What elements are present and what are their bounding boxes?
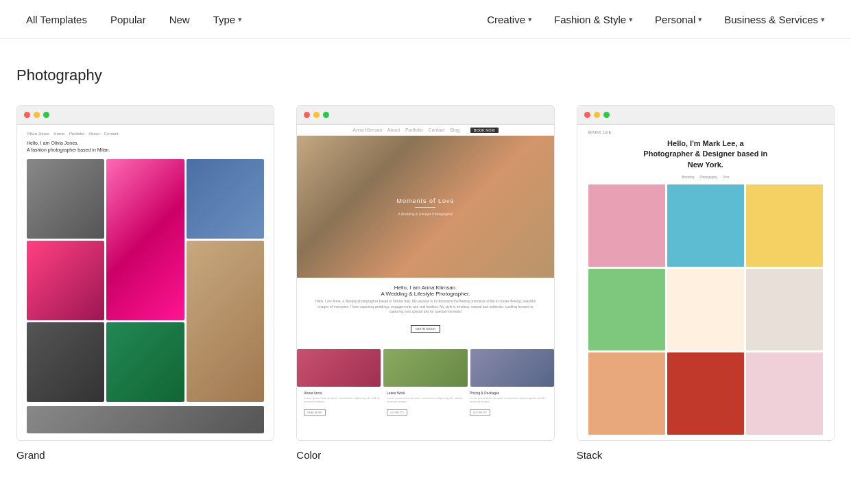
- color-body: Anna Klimsan About Portfolio Contact Blo…: [297, 125, 553, 440]
- business-chevron-icon: ▾: [821, 15, 825, 24]
- color-latest-section: Latest Work Lorem ipsum dolor sit amet, …: [387, 391, 464, 416]
- nav-right: Creative ▾ Fashion & Style ▾ Personal ▾ …: [477, 8, 835, 31]
- nav-creative[interactable]: Creative ▾: [477, 8, 542, 31]
- personal-chevron-icon: ▾: [698, 15, 702, 24]
- color-latest-title: Latest Work: [387, 391, 464, 395]
- dot-yellow-grand: [34, 112, 40, 118]
- color-hero-title: Moments of Love: [396, 197, 454, 204]
- stack-cell-8: [667, 352, 744, 435]
- color-pricing-title: Pricing & Packages: [470, 391, 547, 395]
- grand-cell-5: [187, 241, 264, 402]
- color-thumb-2: [383, 349, 467, 387]
- nav-new[interactable]: New: [160, 8, 200, 31]
- stack-cell-5: [667, 269, 744, 351]
- nav-business-services[interactable]: Business & Services ▾: [715, 8, 835, 31]
- navigation: All Templates Popular New Type ▾ Creativ…: [0, 0, 851, 39]
- color-latest-button[interactable]: GO PRETTY: [387, 409, 407, 416]
- stack-body: MARK LEE Hello, I'm Mark Lee, aPhotograp…: [577, 125, 834, 440]
- color-pricing-text: Lorem ipsum dolor sit amet, consectetur …: [470, 396, 547, 404]
- stack-cell-2: [667, 184, 744, 267]
- color-latest-text: Lorem ipsum dolor sit amet, consectetur …: [387, 396, 464, 404]
- color-sections: About Anna Lorem ipsum dolor sit amet, c…: [297, 387, 553, 420]
- grand-photo-grid: [27, 159, 264, 404]
- color-about-text: Lorem ipsum dolor sit amet, consectetur …: [304, 396, 381, 404]
- stack-tagline: Hello, I'm Mark Lee, aPhotographer & Des…: [588, 139, 823, 170]
- browser-bar-color: [297, 106, 553, 125]
- grand-cell-4: [27, 241, 104, 320]
- grand-header-text: Olivia Jones Home Portfolio About Contac…: [27, 132, 264, 136]
- nav-personal[interactable]: Personal ▾: [645, 8, 712, 31]
- color-pricing-button[interactable]: GO PRETTY: [470, 409, 490, 416]
- template-preview-grand: Olivia Jones Home Portfolio About Contac…: [16, 105, 274, 441]
- color-about-section: About Anna Lorem ipsum dolor sit amet, c…: [304, 391, 381, 416]
- nav-type[interactable]: Type ▾: [204, 8, 252, 31]
- nav-fashion-style[interactable]: Fashion & Style ▾: [544, 8, 643, 31]
- template-card-stack[interactable]: MARK LEE Hello, I'm Mark Lee, aPhotograp…: [577, 105, 835, 461]
- nav-all-templates[interactable]: All Templates: [16, 8, 97, 31]
- grand-cell-3: [187, 159, 264, 239]
- dot-red-stack: [584, 112, 590, 118]
- stack-cell-3: [746, 184, 823, 267]
- dot-green-grand: [43, 112, 49, 118]
- template-preview-color: Anna Klimsan About Portfolio Contact Blo…: [296, 105, 554, 441]
- template-card-color[interactable]: Anna Klimsan About Portfolio Contact Blo…: [296, 105, 554, 461]
- color-template-content: Anna Klimsan About Portfolio Contact Blo…: [297, 125, 553, 440]
- stack-cell-7: [588, 352, 665, 435]
- type-chevron-icon: ▾: [238, 15, 242, 24]
- color-hero: Moments of Love A Wedding & Lifestyle Ph…: [297, 136, 553, 278]
- grand-subtitle: Hello, I am Olivia Jones.A fashion photo…: [27, 140, 264, 154]
- dot-red-color: [304, 112, 310, 118]
- browser-bar-stack: [577, 106, 834, 125]
- grand-body: Olivia Jones Home Portfolio About Contac…: [17, 125, 274, 440]
- stack-template-content: MARK LEE Hello, I'm Mark Lee, aPhotograp…: [577, 125, 834, 440]
- stack-navigation: Branding Photography Print: [588, 176, 823, 179]
- fashion-chevron-icon: ▾: [629, 15, 633, 24]
- grand-cell-1: [27, 159, 104, 239]
- grand-cell-2: [106, 159, 184, 320]
- section-title: Photography: [16, 67, 835, 84]
- dot-green-stack: [603, 112, 610, 118]
- grand-cell-7: [106, 322, 184, 402]
- color-main-body: Hello, I am Anna Klimsan.A Wedding & Lif…: [297, 278, 553, 344]
- grand-cell-6: [27, 322, 104, 402]
- nav-popular[interactable]: Popular: [101, 8, 156, 31]
- color-cta-button[interactable]: GET IN TOUCH: [411, 325, 440, 333]
- grand-template-name: Grand: [16, 449, 274, 461]
- stack-nav-branding: Branding: [682, 176, 694, 179]
- dot-yellow-stack: [594, 112, 600, 118]
- color-template-name: Color: [296, 449, 554, 461]
- browser-bar-grand: [17, 106, 274, 125]
- grand-template-content: Olivia Jones Home Portfolio About Contac…: [17, 125, 274, 440]
- templates-grid: Olivia Jones Home Portfolio About Contac…: [16, 105, 835, 461]
- color-thumbnail-grid: [297, 349, 553, 387]
- color-about-title: About Anna: [304, 391, 381, 395]
- color-nav: Anna Klimsan About Portfolio Contact Blo…: [297, 125, 553, 136]
- color-thumb-1: [297, 349, 381, 387]
- color-about-button[interactable]: READ MORE: [304, 409, 325, 416]
- stack-photo-grid: [588, 184, 823, 435]
- grand-bottom-strip: [27, 406, 264, 433]
- nav-left: All Templates Popular New Type ▾: [16, 8, 252, 31]
- color-hero-subtitle: A Wedding & Lifestyle Photographer: [398, 212, 453, 216]
- stack-header-name: MARK LEE: [588, 130, 823, 134]
- stack-nav-photography: Photography: [699, 176, 717, 179]
- stack-cell-4: [588, 269, 665, 351]
- template-card-grand[interactable]: Olivia Jones Home Portfolio About Contac…: [16, 105, 274, 461]
- color-hero-divider: [415, 207, 435, 208]
- stack-cell-9: [746, 352, 823, 435]
- color-cta: GET IN TOUCH: [311, 320, 540, 333]
- stack-cell-1: [588, 184, 665, 267]
- creative-chevron-icon: ▾: [528, 15, 532, 24]
- stack-nav-print: Print: [723, 176, 729, 179]
- stack-cell-6: [746, 269, 823, 351]
- color-pricing-section: Pricing & Packages Lorem ipsum dolor sit…: [470, 391, 547, 416]
- dot-yellow-color: [313, 112, 320, 118]
- main-content: Photography Olivia Jones Home Portfolio …: [0, 39, 851, 502]
- template-preview-stack: MARK LEE Hello, I'm Mark Lee, aPhotograp…: [577, 105, 835, 441]
- color-thumb-3: [470, 349, 554, 387]
- color-photographer-name: Hello, I am Anna Klimsan.A Wedding & Lif…: [311, 285, 540, 297]
- color-description: Hello, I am Anna, a lifestyle photograph…: [311, 299, 540, 315]
- dot-red-grand: [24, 112, 30, 118]
- stack-template-name: Stack: [577, 449, 835, 461]
- dot-green-color: [323, 112, 329, 118]
